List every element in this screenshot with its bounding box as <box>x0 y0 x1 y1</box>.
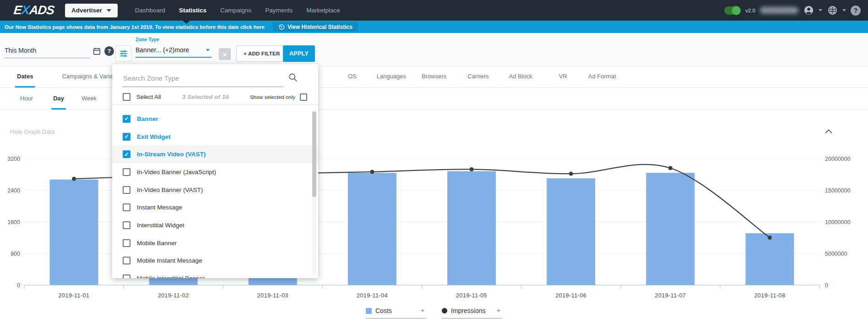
add-filter-button[interactable]: + ADD FILTER <box>236 45 287 62</box>
right-axis-tick-label: 5000000 <box>825 251 847 257</box>
checkbox[interactable] <box>123 239 130 247</box>
left-axis-tick-label: 1600 <box>7 219 20 225</box>
zone-type-option-mobile-banner[interactable]: Mobile Banner <box>112 234 318 252</box>
select-all-label: Select All <box>136 93 161 100</box>
tab-vr[interactable]: VR <box>557 66 569 88</box>
apply-button[interactable]: APPLY <box>283 45 315 62</box>
zone-type-option-label: Banner <box>137 115 158 122</box>
account-icon[interactable] <box>803 5 814 16</box>
chevron-down-icon <box>421 310 424 312</box>
checkbox[interactable]: ✓ <box>123 150 130 158</box>
tab-languages[interactable]: Languages <box>375 66 408 88</box>
tab-os[interactable]: OS <box>346 66 358 88</box>
zone-type-select[interactable]: Zone Type Banner... (+2)more <box>136 37 212 58</box>
tab-carriers[interactable]: Carriers <box>466 66 490 88</box>
checkbox[interactable] <box>123 221 130 229</box>
bar-costs-2019-11-06[interactable] <box>547 178 595 285</box>
zone-type-option-exit-widget[interactable]: ✓Exit Widget <box>112 128 318 146</box>
line-point-2019-11-05[interactable] <box>470 167 474 171</box>
zone-type-option-mobile-instant-message[interactable]: Mobile Instant Message <box>112 252 318 270</box>
historical-statistics-banner: Our New Statistics page shows data from … <box>0 21 868 33</box>
x-axis-category-label: 2019-11-03 <box>257 292 288 299</box>
line-point-2019-11-08[interactable] <box>768 236 772 240</box>
date-help-icon[interactable]: ? <box>104 46 114 56</box>
zone-type-option-banner[interactable]: ✓Banner <box>112 110 318 128</box>
zone-type-option-in-stream-video-vast-[interactable]: ✓In-Stream Video (VAST) <box>112 145 318 163</box>
scrollbar-thumb[interactable] <box>312 111 316 197</box>
bar-costs-2019-11-01[interactable] <box>50 180 98 285</box>
line-point-2019-11-06[interactable] <box>569 172 573 176</box>
view-historical-statistics-button[interactable]: View Historical Statistics <box>273 22 358 32</box>
chevron-down-icon <box>497 310 500 312</box>
subtab-week[interactable]: Week <box>80 88 98 110</box>
checkbox[interactable] <box>123 168 130 176</box>
date-range-input[interactable]: This Month <box>5 47 90 58</box>
clear-zone-filter-button[interactable]: × <box>219 48 231 60</box>
zone-type-option-label: In-Stream Video (VAST) <box>137 151 206 158</box>
select-all-checkbox[interactable] <box>123 93 130 101</box>
line-point-2019-11-07[interactable] <box>668 166 673 170</box>
tab-ad-format[interactable]: Ad Format <box>586 66 618 88</box>
tab-dates[interactable]: Dates <box>15 66 35 88</box>
bar-costs-2019-11-05[interactable] <box>447 171 496 285</box>
chart-legend: Costs Impressions <box>0 307 868 319</box>
exads-logo[interactable]: EXADS <box>13 3 54 17</box>
line-point-2019-11-04[interactable] <box>370 170 374 174</box>
checkbox[interactable] <box>123 275 130 278</box>
bar-costs-2019-11-08[interactable] <box>745 233 794 285</box>
checkbox[interactable]: ✓ <box>123 133 130 141</box>
bar-costs-2019-11-04[interactable] <box>348 173 396 285</box>
bar-costs-2019-11-07[interactable] <box>646 173 694 285</box>
history-clock-icon <box>278 24 285 30</box>
zone-type-option-in-video-banner-javascript-[interactable]: In-Video Banner (JavaScript) <box>112 163 318 181</box>
help-icon[interactable]: ? <box>851 5 861 16</box>
version-toggle[interactable] <box>724 6 741 15</box>
chevron-down-icon[interactable] <box>819 9 822 11</box>
nav-item-dashboard[interactable]: Dashboard <box>135 7 165 14</box>
x-axis-category-label: 2019-11-05 <box>456 292 487 299</box>
checkbox[interactable]: ✓ <box>123 115 130 123</box>
checkbox[interactable] <box>123 257 130 264</box>
costs-legend-label: Costs <box>375 307 392 314</box>
legend-costs-select[interactable]: Costs <box>366 307 426 319</box>
search-icon[interactable] <box>288 72 298 84</box>
checkbox[interactable] <box>123 203 130 211</box>
selected-count-summary: 3 Selected of 16 <box>161 93 250 100</box>
advertiser-role-dropdown[interactable]: Advertiser <box>65 4 118 17</box>
calendar-icon[interactable] <box>92 47 101 57</box>
zone-type-option-instant-message[interactable]: Instant Message <box>112 198 318 216</box>
username-redacted <box>760 7 798 14</box>
nav-item-marketplace[interactable]: Marketplace <box>306 7 340 14</box>
nav-item-payments[interactable]: Payments <box>265 7 293 14</box>
subtab-day[interactable]: Day <box>51 88 66 110</box>
toggle-knob <box>732 6 741 15</box>
zone-type-option-label: In-Video Banner (VAST) <box>137 187 203 193</box>
zone-type-option-mobile-interstitial-banner[interactable]: Mobile Interstitial Banner <box>112 269 318 278</box>
filter-settings-button[interactable] <box>115 45 131 61</box>
zone-type-search-input[interactable] <box>122 71 283 87</box>
zone-type-option-label: In-Video Banner (JavaScript) <box>137 169 216 176</box>
version-label: v2.0 <box>745 8 755 13</box>
zone-type-option-label: Mobile Banner <box>137 240 177 247</box>
zone-type-option-label: Mobile Instant Message <box>137 257 202 264</box>
x-axis-category-label: 2019-11-04 <box>357 292 388 299</box>
banner-button-label: View Historical Statistics <box>288 24 353 30</box>
legend-impressions-select[interactable]: Impressions <box>442 307 502 319</box>
zone-type-option-interstitial-widget[interactable]: Interstitial Widget <box>112 216 318 234</box>
nav-item-campaigns[interactable]: Campaigns <box>220 7 251 14</box>
show-selected-only-checkbox[interactable] <box>300 93 307 101</box>
left-axis-tick-label: 800 <box>11 251 20 257</box>
nav-item-statistics[interactable]: Statistics <box>179 7 206 14</box>
checkbox[interactable] <box>123 186 130 194</box>
right-axis-tick-label: 15000000 <box>825 187 851 194</box>
zone-type-option-label: Instant Message <box>137 204 182 211</box>
tab-browsers[interactable]: Browsers <box>420 66 448 88</box>
zone-type-option-label: Exit Widget <box>137 133 170 140</box>
chevron-down-icon[interactable] <box>842 9 846 11</box>
subtab-hour[interactable]: Hour <box>18 88 35 110</box>
zone-type-option-in-video-banner-vast-[interactable]: In-Video Banner (VAST) <box>112 181 318 199</box>
language-globe-icon[interactable] <box>827 5 838 16</box>
tab-ad-block[interactable]: Ad Block <box>507 66 534 88</box>
line-point-2019-11-01[interactable] <box>72 177 76 181</box>
advertiser-label: Advertiser <box>71 7 102 14</box>
